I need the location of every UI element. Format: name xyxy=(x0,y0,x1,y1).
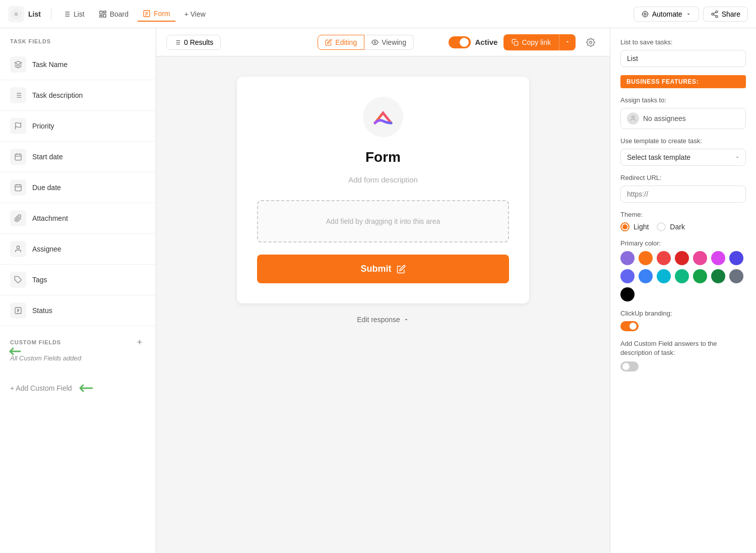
copy-link-group: Copy link xyxy=(503,34,576,50)
nav-right: Automate Share xyxy=(634,7,748,22)
theme-row: Light Dark xyxy=(620,222,746,231)
theme-light-label: Light xyxy=(634,223,649,231)
assignee-field-icon xyxy=(10,241,26,257)
custom-section-header: CUSTOM FIELDS + xyxy=(10,336,146,348)
field-item-start-date[interactable]: Start date xyxy=(0,142,156,172)
automate-button[interactable]: Automate xyxy=(634,7,699,22)
svg-point-20 xyxy=(716,15,718,17)
assignee-label: Assignee xyxy=(32,245,61,253)
active-toggle: Active xyxy=(449,36,497,48)
svg-rect-11 xyxy=(100,15,102,17)
nav-list-item-label: List xyxy=(74,10,85,18)
nav-view-item-label: + View xyxy=(184,10,206,18)
redirect-url-input[interactable] xyxy=(620,186,746,203)
theme-light-option[interactable]: Light xyxy=(620,222,649,231)
submit-label: Submit xyxy=(361,264,392,274)
theme-dark-radio[interactable] xyxy=(657,222,666,231)
nav-item-form[interactable]: Form xyxy=(138,7,175,22)
submit-button[interactable]: Submit xyxy=(257,255,509,283)
form-card: Form Add form description Add field by d… xyxy=(237,77,529,303)
form-toolbar: 0 Results Editing Viewing Active xyxy=(156,28,610,56)
viewing-button[interactable]: Viewing xyxy=(364,35,414,50)
add-custom-field-label[interactable]: + Add Custom Field xyxy=(10,384,72,392)
color-dot-13[interactable] xyxy=(729,269,743,283)
editing-button[interactable]: Editing xyxy=(318,35,364,50)
right-sidebar: List to save tasks: BUSINESS FEATURES: A… xyxy=(610,28,756,553)
svg-point-17 xyxy=(642,11,648,17)
template-label: Use template to create task: xyxy=(620,137,746,145)
due-date-label: Due date xyxy=(32,183,61,192)
start-date-label: Start date xyxy=(32,153,63,161)
list-to-save-input[interactable] xyxy=(620,50,746,67)
color-dot-9[interactable] xyxy=(657,269,671,283)
custom-fields-section: CUSTOM FIELDS + All Custom Fields added … xyxy=(0,326,156,404)
primary-color-label: Primary color: xyxy=(620,239,746,247)
all-custom-fields-text: All Custom Fields added xyxy=(10,354,146,362)
field-item-due-date[interactable]: Due date xyxy=(0,172,156,203)
nav-item-view[interactable]: + View xyxy=(179,7,211,21)
color-dot-5[interactable] xyxy=(711,251,725,265)
assign-tasks-label: Assign tasks to: xyxy=(620,96,746,104)
start-date-icon xyxy=(10,149,26,165)
task-name-icon xyxy=(10,56,26,73)
color-dot-10[interactable] xyxy=(675,269,689,283)
form-description[interactable]: Add form description xyxy=(257,175,509,184)
add-custom-field-row[interactable]: + Add Custom Field xyxy=(10,382,146,394)
results-button[interactable]: 0 Results xyxy=(166,35,221,50)
field-item-attachment[interactable]: Attachment xyxy=(0,203,156,234)
edit-response-button[interactable]: Edit response xyxy=(357,316,409,324)
nav-item-list[interactable]: List xyxy=(57,7,90,21)
active-toggle-switch[interactable] xyxy=(449,36,471,48)
copy-link-label: Copy link xyxy=(522,38,551,46)
color-dot-14[interactable] xyxy=(620,287,635,301)
priority-label: Priority xyxy=(32,122,54,130)
svg-point-19 xyxy=(712,13,714,15)
list-to-save-label: List to save tasks: xyxy=(620,38,746,46)
nav-form-item-label: Form xyxy=(154,10,170,18)
field-item-assignee[interactable]: Assignee xyxy=(0,234,156,265)
nav-list-label: List xyxy=(28,10,41,18)
color-dot-11[interactable] xyxy=(693,269,707,283)
svg-point-50 xyxy=(632,116,635,118)
settings-button[interactable] xyxy=(582,33,600,51)
share-button[interactable]: Share xyxy=(703,7,748,22)
color-dot-7[interactable] xyxy=(620,269,635,283)
custom-field-toggle[interactable] xyxy=(620,361,639,372)
arrow-add-custom-icon xyxy=(76,382,94,394)
custom-field-answers-label: Add Custom Field answers to the descript… xyxy=(620,339,746,357)
theme-dark-option[interactable]: Dark xyxy=(657,222,685,231)
color-dot-4[interactable] xyxy=(693,251,707,265)
nav-item-board[interactable]: Board xyxy=(94,7,134,21)
status-icon xyxy=(10,302,26,319)
attachment-label: Attachment xyxy=(32,214,68,222)
color-dot-8[interactable] xyxy=(639,269,653,283)
svg-line-21 xyxy=(713,15,716,16)
branding-toggle[interactable] xyxy=(620,321,639,331)
due-date-icon xyxy=(10,179,26,196)
color-dot-1[interactable] xyxy=(639,251,653,265)
copy-link-dropdown[interactable] xyxy=(559,34,576,50)
field-item-task-name[interactable]: Task Name xyxy=(0,49,156,80)
field-item-tags[interactable]: Tags xyxy=(0,265,156,295)
color-dot-2[interactable] xyxy=(657,251,671,265)
field-item-priority[interactable]: Priority xyxy=(0,111,156,142)
form-body: Form Add form description Add field by d… xyxy=(156,56,610,344)
arrow-custom-fields-icon xyxy=(6,344,22,358)
template-select[interactable]: Select task template xyxy=(620,149,746,166)
color-dot-3[interactable] xyxy=(675,251,689,265)
assignee-avatar-icon xyxy=(627,112,639,125)
field-item-status[interactable]: Status xyxy=(0,295,156,326)
color-dot-12[interactable] xyxy=(711,269,725,283)
active-label: Active xyxy=(475,38,497,46)
drop-area[interactable]: Add field by dragging it into this area xyxy=(257,200,509,242)
edit-response-label: Edit response xyxy=(357,316,400,324)
task-name-label: Task Name xyxy=(32,60,68,69)
field-item-description[interactable]: Task description xyxy=(0,80,156,111)
color-dot-6[interactable] xyxy=(729,251,743,265)
svg-line-22 xyxy=(713,12,716,14)
copy-link-button[interactable]: Copy link xyxy=(503,34,559,50)
assignee-field[interactable]: No assignees xyxy=(620,108,746,129)
add-custom-field-button[interactable]: + xyxy=(134,336,146,348)
color-dot-0[interactable] xyxy=(620,251,635,265)
theme-light-radio[interactable] xyxy=(620,222,629,231)
